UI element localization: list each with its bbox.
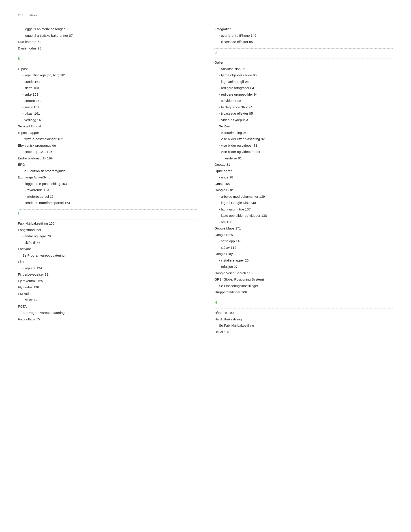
list-item: HDMI 131 xyxy=(215,329,393,335)
list-item: E-postmapper xyxy=(18,130,196,136)
section-divider xyxy=(18,55,196,55)
list-item: - sette opp 121, 125 xyxy=(18,149,196,155)
list-item: - søke 163 xyxy=(18,91,196,98)
list-item: - arbeide med dokumenter 139 xyxy=(215,193,393,200)
list-item: - lage animert gif 93 xyxy=(215,79,393,85)
list-item: - redigere gruppebilder 94 xyxy=(215,91,393,98)
list-item: - vise bilder etter plassering 82 xyxy=(215,136,393,142)
list-item: - legge til animerte sesonger 88 xyxy=(18,26,196,32)
section-divider xyxy=(18,209,196,209)
list-item: - tilpassede effekter 85 xyxy=(215,39,393,45)
list-item: Håndfritt 190 xyxy=(215,310,393,316)
list-item: Exchange ActiveSync xyxy=(18,174,196,181)
page-header: 207 Indeks xyxy=(18,13,393,17)
list-item: - tilpassede effekter 85 xyxy=(215,110,393,117)
page-number: 207 xyxy=(18,13,23,17)
list-item: - skifte til 66 xyxy=(18,240,196,246)
list-item: Se Zoe xyxy=(215,123,393,130)
list-item: - redigere fotografier 84 xyxy=(215,85,393,91)
list-item: Google Maps 171 xyxy=(215,225,393,232)
list-item: - kopiere 134 xyxy=(18,265,196,272)
list-item: Fotografier xyxy=(215,26,393,32)
list-item: FM-radio xyxy=(18,291,196,297)
list-item: Se Elektronisk programguide xyxy=(18,168,196,174)
list-item: Google Disk xyxy=(215,187,393,193)
list-item: Google Voice Search 113 xyxy=(215,270,393,276)
list-item: Google Play xyxy=(215,251,393,257)
list-item: - sende 161 xyxy=(18,79,196,85)
page-section: Indeks xyxy=(28,13,37,17)
list-item: - vedlegg 161 xyxy=(18,117,196,123)
left-column: - legge til animerte sesonger 88- legge … xyxy=(18,26,196,335)
list-item: Hard tilbakestilling xyxy=(215,316,393,323)
list-item: Geotag 81 xyxy=(215,162,393,168)
list-item: Se også E-post xyxy=(18,123,196,130)
list-item: - sortere 162 xyxy=(18,98,196,104)
list-item: - Video-høydepunkt xyxy=(215,117,393,123)
list-item: Fangstmoduser xyxy=(18,227,196,233)
section-divider-bottom xyxy=(18,65,196,65)
list-item: E-post xyxy=(18,66,196,72)
section-letter: H xyxy=(215,300,393,306)
list-item: Fjernkontroll 125 xyxy=(18,278,196,284)
list-item: - møteforespørsel 164 xyxy=(18,193,196,200)
list-item: - bruke 129 xyxy=(18,297,196,304)
list-item: - svare 161 xyxy=(18,104,196,111)
list-item: EPG xyxy=(18,162,196,168)
list-item: Fastvare xyxy=(18,246,196,252)
list-item: - om 136 xyxy=(215,219,393,226)
list-item: Fotocollage 75 xyxy=(18,316,196,323)
list-item: Gruppemeldinger 106 xyxy=(215,289,393,295)
list-item: - lagre i Google Disk 140 xyxy=(215,200,393,206)
section-divider-bottom xyxy=(215,309,393,309)
list-item: - Fraværende 164 xyxy=(18,187,196,193)
list-item: Filer xyxy=(18,259,196,265)
list-item: GPS (Global Positioning System) xyxy=(215,276,393,283)
section-letter: F xyxy=(18,210,196,216)
list-item: Gmail 165 xyxy=(215,181,393,187)
list-item: FOTA xyxy=(18,304,196,310)
list-item: - slå av 112 xyxy=(215,245,393,251)
list-item: - flagge en e-postmelding 163 xyxy=(18,181,196,187)
list-item: Dvalemodus 28 xyxy=(18,45,196,52)
list-item: - laste opp bilder og videoer 138 xyxy=(215,212,393,219)
list-item: Gjøre anrop xyxy=(215,168,393,174)
list-item: - vise bilder og videoer etter xyxy=(215,149,393,155)
list-item: - videotrimming 95 xyxy=(215,130,393,136)
list-item: Galleri xyxy=(215,59,393,66)
list-item: - vise bilder og videoer 81 xyxy=(215,142,393,149)
list-item: Se Programvareoppdatering xyxy=(18,310,196,316)
list-item: - Ansiktsfusion 86 xyxy=(215,66,393,72)
list-item: - ringe 98 xyxy=(215,174,393,181)
list-item: - sette opp 110 xyxy=(215,238,393,245)
list-item: - endre og lagre 79 xyxy=(18,233,196,240)
list-item: - overføre fra iPhone 149 xyxy=(215,32,393,39)
list-item: - fjerne objekter i bilde 95 xyxy=(215,72,393,79)
list-item: - installere apper 26 xyxy=(215,257,393,264)
section-letter: E xyxy=(18,56,196,62)
list-item: - slette 163 xyxy=(18,85,196,91)
list-item: hendelse 81 xyxy=(215,155,393,162)
list-item: - sende en møteforespørsel 164 xyxy=(18,200,196,206)
list-item: - se videoer 95 xyxy=(215,98,393,104)
list-item: Duo-kamera 71 xyxy=(18,39,196,45)
list-item: Fabrikktilbakestilling 150 xyxy=(18,220,196,227)
list-item: Elektronisk programguide xyxy=(18,142,196,149)
list-item: Se Fabrikktilbakestilling xyxy=(215,323,393,329)
list-item: - utkast 161 xyxy=(18,110,196,117)
list-item: Se Plasseringsinnstillinger xyxy=(215,283,393,289)
section-letter: G xyxy=(215,49,393,55)
list-item: - lagringsområde 137 xyxy=(215,206,393,213)
section-divider-bottom xyxy=(18,219,196,219)
list-item: - ta Sequence Shot 94 xyxy=(215,104,393,111)
right-column: Fotografier- overføre fra iPhone 149- ti… xyxy=(215,26,393,335)
list-item: Fingerbevegelser 31 xyxy=(18,271,196,278)
list-item: - refusjon 27 xyxy=(215,264,393,270)
list-item: Endre telefonspråk 199 xyxy=(18,155,196,162)
list-item: Se Programvareoppdatering xyxy=(18,252,196,259)
list-item: Flymodus 196 xyxy=(18,284,196,291)
list-item: - legge til artistiske bakgrunner 87 xyxy=(18,32,196,39)
list-item: - flytte e-postmeldinger 162 xyxy=(18,136,196,142)
section-divider-bottom xyxy=(215,58,393,58)
list-item: - kopi, blindkopi (cc, bcc) 161 xyxy=(18,72,196,79)
